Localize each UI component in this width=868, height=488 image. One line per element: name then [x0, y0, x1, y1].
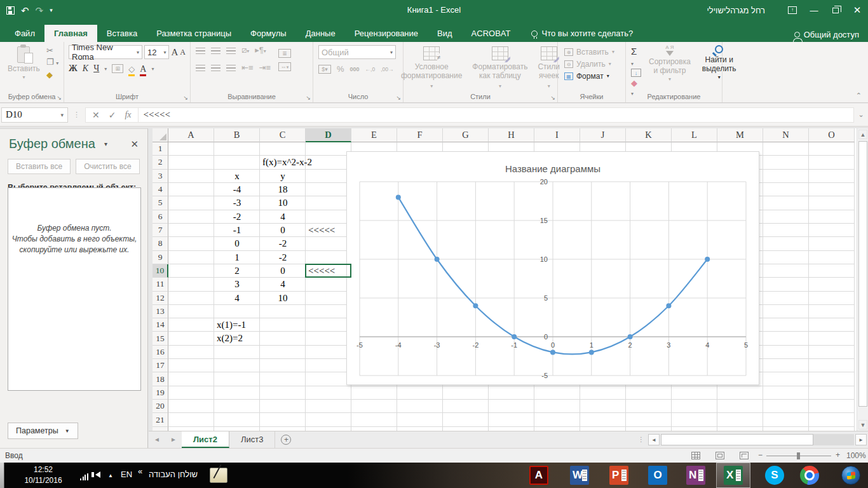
- horizontal-scrollbar[interactable]: ◄ ►: [648, 431, 868, 448]
- row-header-9[interactable]: 9: [153, 251, 168, 264]
- scroll-down-icon[interactable]: ▼: [858, 420, 867, 430]
- start-button[interactable]: [841, 466, 860, 485]
- row-header-19[interactable]: 19: [153, 386, 168, 400]
- cell-B4[interactable]: -4: [214, 183, 260, 196]
- cell-B6[interactable]: -2: [214, 210, 260, 224]
- column-header-D[interactable]: D: [306, 128, 351, 142]
- scroll-left-icon[interactable]: ◄: [648, 434, 660, 445]
- cell-C6[interactable]: 4: [260, 210, 306, 224]
- formula-bar-expand-icon[interactable]: ⌄: [854, 111, 868, 119]
- chart-data-point[interactable]: [666, 303, 671, 308]
- dialog-launcher-number[interactable]: ↘: [396, 95, 401, 101]
- cell-C4[interactable]: 18: [260, 183, 306, 196]
- x-tick-label[interactable]: 0: [551, 341, 555, 349]
- taskbar-excel-icon[interactable]: X: [724, 466, 743, 485]
- tab-page-layout[interactable]: Разметка страницы: [147, 25, 241, 42]
- show-desktop-button[interactable]: [0, 463, 4, 488]
- hidden-icons-arrow[interactable]: ▲: [108, 473, 113, 478]
- column-header-C[interactable]: C: [260, 128, 306, 142]
- underline-button[interactable]: Ч: [93, 64, 99, 74]
- row-header-3[interactable]: 3: [153, 170, 168, 183]
- cell-B9[interactable]: 1: [214, 251, 260, 264]
- zoom-slider-handle[interactable]: [797, 452, 800, 459]
- x-tick-label[interactable]: -2: [473, 341, 479, 349]
- ribbon-display-options-button[interactable]: ↑: [782, 0, 803, 20]
- scroll-up-icon[interactable]: ▲: [858, 130, 867, 139]
- grow-font-icon[interactable]: А: [171, 47, 178, 58]
- vertical-scrollbar[interactable]: ▲ ▼: [857, 128, 868, 431]
- column-header-M[interactable]: M: [717, 128, 763, 142]
- tab-file[interactable]: Файл: [5, 25, 44, 42]
- y-tick-label[interactable]: 0: [544, 333, 548, 341]
- row-header-8[interactable]: 8: [153, 237, 168, 250]
- y-tick-label[interactable]: 10: [540, 255, 548, 263]
- sheet-tab-list3[interactable]: Лист3: [229, 431, 275, 448]
- dialog-launcher-clipboard[interactable]: ↘: [57, 95, 62, 101]
- formula-input[interactable]: <<<<<: [139, 107, 854, 123]
- zoom-out-icon[interactable]: −: [758, 451, 763, 459]
- tabbar-splitter[interactable]: ⋮: [638, 431, 648, 448]
- y-tick-label[interactable]: -5: [541, 372, 548, 379]
- chart[interactable]: -5-4-3-2-101234520151050-5Название диагр…: [346, 151, 759, 385]
- tab-review[interactable]: Рецензирование: [345, 25, 428, 42]
- column-header-I[interactable]: I: [534, 128, 580, 142]
- cell-C2[interactable]: f(x)=x^2-x-2: [262, 156, 312, 169]
- x-tick-label[interactable]: 3: [667, 341, 670, 349]
- zoom-in-icon[interactable]: +: [836, 451, 840, 459]
- chart-data-point[interactable]: [435, 257, 440, 262]
- enter-icon[interactable]: ✓: [109, 110, 116, 120]
- format-painter-icon[interactable]: ◆: [46, 71, 58, 79]
- scroll-right-icon[interactable]: ►: [855, 434, 867, 445]
- font-name-combo[interactable]: Times New Roma▾: [69, 45, 142, 59]
- share-button[interactable]: Общий доступ: [794, 30, 859, 39]
- row-header-4[interactable]: 4: [153, 183, 168, 196]
- pane-close-icon[interactable]: ✕: [130, 139, 141, 150]
- column-header-G[interactable]: G: [443, 128, 489, 142]
- cell-C3[interactable]: y: [260, 170, 306, 183]
- merge-center-icon[interactable]: ⇔▾: [278, 62, 291, 71]
- number-format-combo[interactable]: Общий▾: [318, 45, 396, 59]
- delete-cells-button[interactable]: ⊖Удалить▾: [564, 58, 625, 70]
- cell-C5[interactable]: 10: [260, 196, 306, 210]
- row-header-5[interactable]: 5: [153, 196, 168, 210]
- row-header-14[interactable]: 14: [153, 318, 168, 332]
- x-tick-label[interactable]: -5: [356, 341, 363, 349]
- close-button[interactable]: ✕: [846, 0, 868, 20]
- cancel-icon[interactable]: ✕: [92, 110, 100, 120]
- name-box[interactable]: D10▾: [1, 107, 68, 123]
- restore-button[interactable]: [825, 0, 846, 20]
- column-header-O[interactable]: O: [809, 128, 855, 142]
- normal-view-icon[interactable]: [691, 452, 700, 459]
- tab-insert[interactable]: Вставка: [97, 25, 147, 42]
- select-all-corner[interactable]: [153, 128, 168, 142]
- insert-function-icon[interactable]: fx: [125, 110, 131, 120]
- language-indicator[interactable]: EN: [121, 470, 132, 479]
- taskbar-outlook-icon[interactable]: O: [648, 466, 667, 485]
- tab-home[interactable]: Главная: [44, 25, 97, 42]
- bold-button[interactable]: Ж: [69, 64, 78, 74]
- pane-options-icon[interactable]: ▾: [104, 140, 107, 147]
- borders-icon[interactable]: ⊞: [112, 64, 123, 73]
- align-middle-icon[interactable]: [211, 48, 220, 55]
- y-tick-label[interactable]: 5: [544, 294, 548, 302]
- row-header-7[interactable]: 7: [153, 224, 168, 237]
- column-header-H[interactable]: H: [489, 128, 534, 142]
- horizontal-scroll-thumb[interactable]: [661, 434, 813, 445]
- fill-color-icon[interactable]: ◇: [128, 63, 135, 74]
- conditional-formatting-button[interactable]: Условное форматирование▾: [396, 45, 467, 92]
- tab-view[interactable]: Вид: [428, 25, 462, 42]
- row-header-1[interactable]: 1: [153, 142, 168, 156]
- row-header-6[interactable]: 6: [153, 210, 168, 224]
- selected-cell-border[interactable]: [305, 264, 351, 278]
- copy-icon[interactable]: ❐ ▾: [46, 58, 58, 68]
- cell-C12[interactable]: 10: [260, 292, 306, 305]
- dialog-launcher-styles[interactable]: ↘: [550, 95, 555, 101]
- page-break-view-icon[interactable]: [740, 452, 749, 459]
- tab-data[interactable]: Данные: [296, 25, 345, 42]
- x-tick-label[interactable]: -4: [395, 341, 402, 349]
- chart-data-point[interactable]: [628, 334, 633, 339]
- row-header-2[interactable]: 2: [153, 156, 168, 169]
- taskbar-powerpoint-icon[interactable]: P: [609, 466, 628, 485]
- currency-icon[interactable]: $▾: [318, 65, 331, 74]
- wrap-lines-icon[interactable]: ≣: [278, 49, 291, 58]
